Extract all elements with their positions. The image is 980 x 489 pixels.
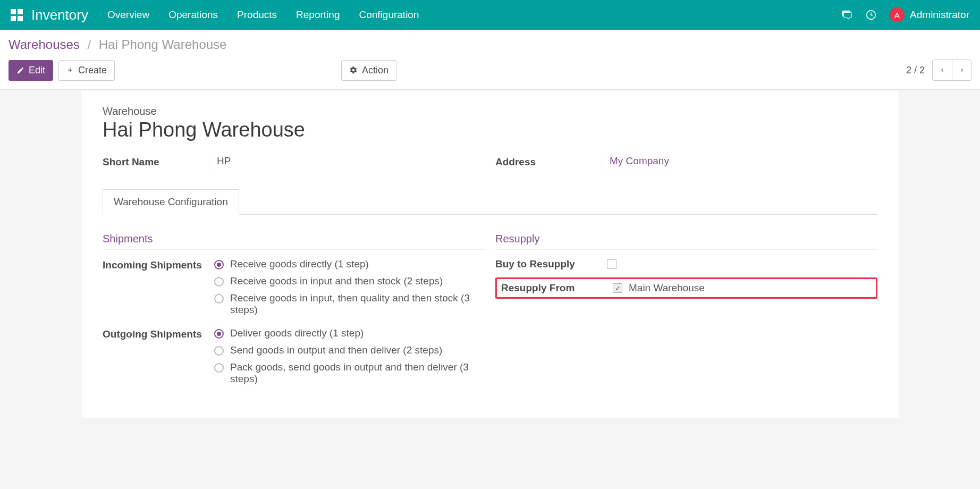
chevron-right-icon (959, 65, 965, 75)
section-shipments: Shipments Incoming Shipments Receive goo… (103, 233, 485, 397)
chevron-left-icon (939, 65, 945, 75)
app-name[interactable]: Inventory (31, 7, 88, 23)
pager: 2 / 2 (906, 60, 971, 81)
edit-button-label: Edit (29, 65, 45, 76)
breadcrumb: Warehouses / Hai Phong Warehouse (9, 37, 971, 52)
field-short-name: Short Name HP (103, 155, 485, 170)
value-address[interactable]: My Company (602, 155, 877, 170)
pager-prev-button[interactable] (933, 60, 952, 80)
record-title: Hai Phong Warehouse (103, 119, 877, 141)
outgoing-option-label: Pack goods, send goods in output and the… (230, 361, 485, 385)
pencil-icon (16, 66, 24, 74)
nav-menu: Overview Operations Products Reporting C… (107, 9, 841, 21)
outgoing-option[interactable]: Pack goods, send goods in output and the… (214, 361, 485, 385)
plus-icon (66, 66, 74, 74)
label-address: Address (495, 155, 602, 168)
checkbox-buy-to-resupply[interactable] (607, 259, 616, 269)
heading-resupply: Resupply (495, 233, 877, 250)
heading-shipments: Shipments (103, 233, 485, 250)
top-nav: Inventory Overview Operations Products R… (0, 0, 980, 30)
control-bar: Warehouses / Hai Phong Warehouse Edit Cr… (0, 30, 980, 90)
outgoing-option[interactable]: Deliver goods directly (1 step) (214, 327, 485, 339)
section-resupply: Resupply Buy to Resupply Resupply From M… (495, 233, 877, 397)
label-incoming-shipments: Incoming Shipments (103, 258, 214, 271)
field-resupply-from: Resupply From Main Warehouse (495, 277, 877, 299)
label-outgoing-shipments: Outgoing Shipments (103, 327, 214, 340)
nav-item-reporting[interactable]: Reporting (296, 9, 340, 21)
field-incoming-shipments: Incoming Shipments Receive goods directl… (103, 258, 485, 321)
outgoing-option-label: Deliver goods directly (1 step) (230, 327, 364, 339)
activities-icon[interactable] (865, 9, 877, 21)
nav-right: A Administrator (841, 7, 969, 22)
breadcrumb-parent[interactable]: Warehouses (9, 37, 80, 52)
create-button[interactable]: Create (58, 60, 115, 81)
label-resupply-from: Resupply From (501, 282, 613, 294)
action-button[interactable]: Action (341, 60, 396, 81)
user-menu[interactable]: A Administrator (890, 7, 969, 22)
incoming-options: Receive goods directly (1 step)Receive g… (214, 258, 485, 321)
label-short-name: Short Name (103, 155, 209, 168)
apps-icon[interactable] (11, 9, 23, 21)
tab-bar: Warehouse Configuration (103, 189, 877, 215)
radio-icon (214, 260, 224, 269)
incoming-option[interactable]: Receive goods in input, then quality and… (214, 292, 485, 316)
radio-icon (214, 294, 224, 303)
nav-item-operations[interactable]: Operations (168, 9, 218, 21)
label-buy-to-resupply: Buy to Resupply (495, 258, 607, 270)
nav-item-configuration[interactable]: Configuration (359, 9, 419, 21)
checkbox-resupply-from-main[interactable] (613, 283, 622, 293)
conversations-icon[interactable] (841, 10, 852, 20)
action-button-label: Action (362, 65, 388, 76)
value-short-name: HP (209, 155, 485, 170)
incoming-option-label: Receive goods directly (1 step) (230, 258, 369, 270)
breadcrumb-sep: / (88, 37, 91, 52)
field-buy-to-resupply: Buy to Resupply (495, 258, 877, 270)
breadcrumb-current: Hai Phong Warehouse (99, 37, 227, 52)
pager-next-button[interactable] (952, 60, 971, 80)
resupply-from-option-label: Main Warehouse (629, 282, 705, 294)
radio-icon (214, 363, 224, 373)
incoming-option[interactable]: Receive goods directly (1 step) (214, 258, 485, 270)
form-sheet: Warehouse Hai Phong Warehouse Short Name… (81, 90, 899, 418)
outgoing-option[interactable]: Send goods in output and then deliver (2… (214, 344, 485, 356)
field-address: Address My Company (495, 155, 877, 170)
edit-button[interactable]: Edit (9, 60, 53, 81)
outgoing-options: Deliver goods directly (1 step)Send good… (214, 327, 485, 390)
incoming-option[interactable]: Receive goods in input and then stock (2… (214, 275, 485, 287)
incoming-option-label: Receive goods in input and then stock (2… (230, 275, 443, 287)
user-name: Administrator (910, 9, 969, 21)
radio-icon (214, 346, 224, 356)
label-warehouse: Warehouse (103, 105, 877, 117)
avatar: A (890, 7, 905, 22)
outgoing-option-label: Send goods in output and then deliver (2… (230, 344, 442, 356)
radio-icon (214, 277, 224, 286)
tab-warehouse-configuration[interactable]: Warehouse Configuration (103, 189, 239, 215)
radio-icon (214, 329, 224, 339)
nav-item-products[interactable]: Products (237, 9, 277, 21)
create-button-label: Create (78, 65, 107, 76)
gear-icon (349, 66, 358, 74)
nav-item-overview[interactable]: Overview (107, 9, 149, 21)
field-outgoing-shipments: Outgoing Shipments Deliver goods directl… (103, 327, 485, 390)
pager-text: 2 / 2 (906, 65, 925, 76)
incoming-option-label: Receive goods in input, then quality and… (230, 292, 485, 316)
